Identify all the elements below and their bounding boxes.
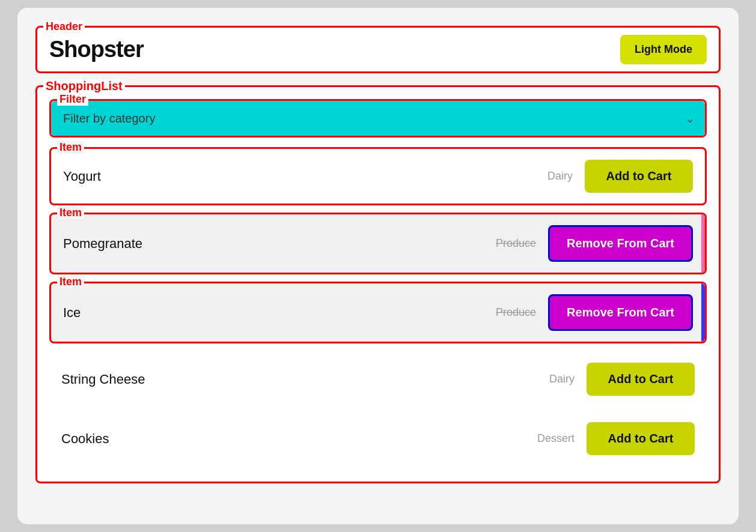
filter-dropdown-wrapper: Filter by category All Dairy Produce Des…	[51, 101, 705, 136]
item-row-ice: Ice Produce Remove From Cart	[51, 283, 705, 342]
item-category-pomegranate: Produce	[488, 237, 536, 250]
remove-from-cart-button-pomegranate[interactable]: Remove From Cart	[548, 225, 693, 262]
item-label-ice: Item	[57, 276, 84, 288]
shopping-list-section: ShoppingList Filter Filter by category A…	[35, 85, 721, 483]
logo: Shopster	[49, 37, 144, 62]
side-indicator-pomegranate	[701, 214, 705, 273]
item-name-ice: Ice	[63, 305, 488, 321]
page-container: Header Shopster Light Mode ShoppingList …	[17, 8, 739, 524]
theme-toggle-button[interactable]: Light Mode	[620, 35, 707, 64]
item-name-yogurt: Yogurt	[63, 169, 525, 184]
item-row-pomegranate: Pomegranate Produce Remove From Cart	[51, 214, 705, 273]
item-label-yogurt: Item	[57, 141, 84, 154]
item-ice-wrapper: Item Ice Produce Remove From Cart	[49, 282, 707, 343]
item-row-cookies: Cookies Dessert Add to Cart	[49, 410, 707, 467]
header-section: Header Shopster Light Mode	[35, 26, 721, 73]
item-yogurt-wrapper: Item Yogurt Dairy Add to Cart	[49, 147, 707, 205]
item-category-string-cheese: Dairy	[526, 373, 575, 385]
item-pomegranate-wrapper: Item Pomegranate Produce Remove From Car…	[49, 213, 707, 274]
side-indicator-ice	[701, 283, 705, 342]
item-category-ice: Produce	[488, 306, 536, 319]
add-to-cart-button-string-cheese[interactable]: Add to Cart	[587, 363, 695, 396]
header-label: Header	[43, 20, 85, 33]
add-to-cart-button-yogurt[interactable]: Add to Cart	[585, 160, 693, 193]
item-row-string-cheese: String Cheese Dairy Add to Cart	[49, 351, 707, 408]
filter-section: Filter Filter by category All Dairy Prod…	[49, 99, 707, 138]
filter-select[interactable]: Filter by category All Dairy Produce Des…	[51, 101, 705, 136]
item-category-cookies: Dessert	[526, 432, 575, 445]
item-category-yogurt: Dairy	[525, 170, 573, 183]
item-name-pomegranate: Pomegranate	[63, 236, 488, 252]
item-row-yogurt: Yogurt Dairy Add to Cart	[51, 149, 705, 204]
add-to-cart-button-cookies[interactable]: Add to Cart	[587, 422, 695, 455]
remove-from-cart-button-ice[interactable]: Remove From Cart	[548, 294, 693, 331]
shopping-list-label: ShoppingList	[43, 79, 125, 93]
item-label-pomegranate: Item	[57, 207, 84, 219]
item-name-string-cheese: String Cheese	[61, 372, 526, 387]
filter-label: Filter	[57, 93, 88, 106]
item-name-cookies: Cookies	[61, 431, 526, 447]
